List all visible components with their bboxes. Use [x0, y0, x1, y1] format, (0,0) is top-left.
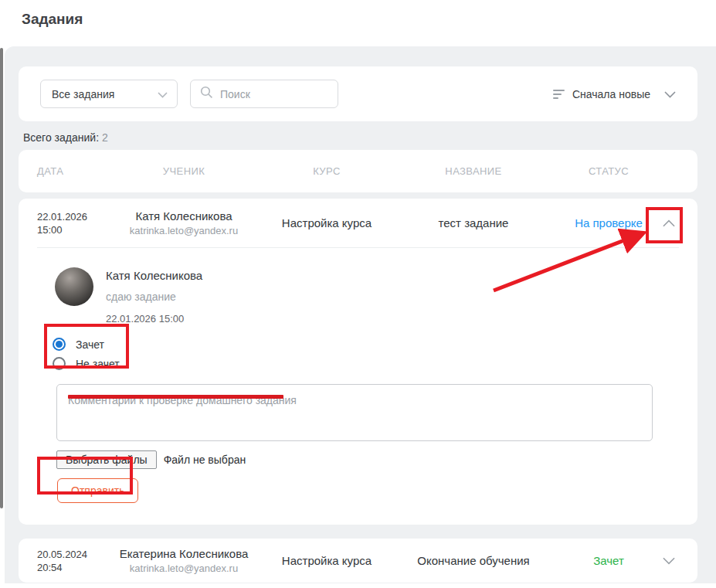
radio-selected-icon[interactable]	[53, 338, 66, 351]
chevron-down-icon	[158, 88, 168, 100]
avatar	[55, 267, 93, 306]
task-student-email: katrinka.leto@yandex.ru	[107, 225, 261, 236]
task-student: Катя Колесникова katrinka.leto@yandex.ru	[107, 209, 261, 236]
table-row[interactable]: 20.05.2024 20:54 Екатерина Колесникова k…	[19, 539, 697, 583]
grade-option-fail-label: Не зачет	[76, 358, 120, 370]
sort-label: Сначала новые	[572, 88, 650, 100]
column-header-title: НАЗВАНИЕ	[392, 165, 555, 177]
table-header: ДАТА УЧЕНИК КУРС НАЗВАНИЕ СТАТУС	[19, 150, 697, 192]
column-header-student: УЧЕНИК	[107, 165, 261, 177]
totals-line: Всего заданий: 2	[23, 131, 697, 144]
task-course: Настройка курса	[261, 216, 392, 229]
grade-option-pass-label: Зачет	[76, 338, 104, 351]
search-icon	[200, 86, 213, 102]
task-date: 20.05.2024 20:54	[37, 548, 107, 574]
task-filter-select[interactable]: Все задания	[40, 80, 178, 108]
expand-row-button[interactable]	[663, 557, 675, 565]
task-student: Екатерина Колесникова katrinka.leto@yand…	[107, 547, 261, 574]
task-status: На проверке	[555, 216, 663, 229]
file-upload-row: Выбрать файлы Файл не выбран	[56, 450, 679, 469]
search-input[interactable]	[220, 88, 330, 100]
chevron-up-icon	[663, 219, 675, 227]
task-row-expanded: 22.01.2026 15:00 Катя Колесникова katrin…	[19, 199, 697, 525]
submit-button[interactable]: Отправить	[57, 478, 138, 503]
comment-textarea[interactable]	[56, 384, 653, 441]
column-header-date: ДАТА	[37, 165, 107, 177]
submission-timestamp: 22.01.2026 15:00	[106, 313, 202, 325]
task-student-email: katrinka.leto@yandex.ru	[107, 563, 261, 574]
submission-author-name: Катя Колесникова	[106, 267, 202, 282]
submission-thread: Катя Колесникова сдаю задание 22.01.2026…	[19, 248, 697, 525]
page-title: Задания	[0, 0, 716, 28]
task-status: Зачет	[555, 554, 663, 567]
task-title: тест задание	[392, 216, 555, 229]
search-box[interactable]	[190, 80, 338, 108]
totals-value: 2	[102, 131, 108, 144]
collapse-row-button[interactable]	[663, 219, 675, 227]
submission-author-row: Катя Колесникова сдаю задание 22.01.2026…	[55, 267, 679, 325]
task-title: Окончание обучения	[392, 554, 555, 567]
submission-message: сдаю задание	[106, 291, 202, 303]
totals-label: Всего заданий:	[23, 131, 99, 144]
column-header-status: СТАТУС	[555, 165, 663, 177]
toolbar: Все задания Сначала новые	[19, 66, 697, 121]
table-row[interactable]: 22.01.2026 15:00 Катя Колесникова katrin…	[19, 199, 697, 247]
task-course: Настройка курса	[261, 554, 392, 567]
radio-unselected-icon[interactable]	[53, 357, 66, 370]
task-filter-value: Все задания	[52, 88, 114, 100]
column-header-course: КУРС	[261, 165, 392, 177]
sort-lines-icon	[553, 90, 565, 99]
sort-control[interactable]: Сначала новые	[553, 88, 676, 100]
chevron-down-icon	[663, 557, 675, 565]
file-status-text: Файл не выбран	[164, 454, 246, 466]
comment-area	[56, 384, 679, 444]
tasks-panel: Все задания Сначала новые Всего заданий:…	[5, 46, 716, 583]
left-scrollbar[interactable]	[0, 48, 3, 508]
chevron-down-icon	[664, 88, 676, 100]
grade-radio-group: Зачет Не зачет	[53, 335, 679, 373]
grade-option-fail[interactable]: Не зачет	[53, 354, 679, 373]
task-row-collapsed: 20.05.2024 20:54 Екатерина Колесникова k…	[19, 539, 697, 583]
task-date: 22.01.2026 15:00	[37, 210, 107, 236]
choose-files-button[interactable]: Выбрать файлы	[56, 450, 157, 469]
grade-option-pass[interactable]: Зачет	[53, 335, 679, 354]
